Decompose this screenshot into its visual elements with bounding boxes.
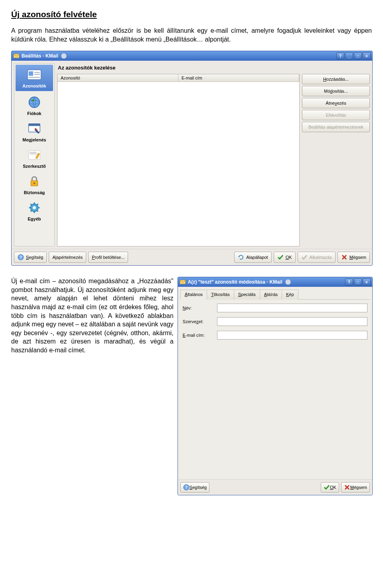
email-label: E-mail cím: <box>183 333 214 338</box>
id-card-icon <box>26 68 43 82</box>
svg-text:?: ? <box>185 485 188 490</box>
modify-identity-window: A(z) "teszt" azonosító módosítása - KMai… <box>178 277 373 495</box>
cancel-button[interactable]: Mégsem <box>341 482 370 493</box>
tab-picture[interactable]: Kép <box>282 290 298 300</box>
sidebar-item-label: Megjelenés <box>22 137 46 142</box>
help-button[interactable]: ? Segítség <box>14 252 47 263</box>
svg-point-1 <box>61 53 67 59</box>
svg-text:?: ? <box>20 255 22 260</box>
globe-icon <box>26 95 43 109</box>
close-button[interactable]: × <box>363 278 371 286</box>
category-sidebar: Azonosítók Fiókok Megjelenés <box>14 63 55 246</box>
email-input[interactable] <box>217 331 367 340</box>
kde-icon <box>285 279 291 285</box>
help-button[interactable]: ? <box>345 278 353 286</box>
close-button[interactable]: × <box>363 52 371 60</box>
rename-button[interactable]: Átnevezés <box>302 98 370 108</box>
list-header: Azonosító E-mail cím <box>57 74 299 82</box>
sidebar-item-composer[interactable]: Szerkesztő <box>14 145 54 171</box>
svg-line-23 <box>37 211 38 212</box>
lock-icon <box>26 174 43 189</box>
sidebar-item-label: Egyéb <box>28 217 41 221</box>
svg-rect-13 <box>30 153 37 154</box>
reset-icon <box>238 254 244 260</box>
cancel-button[interactable]: Mégsem <box>338 252 370 263</box>
svg-rect-4 <box>34 72 40 73</box>
window-title: A(z) "teszt" azonosító módosítása - KMai… <box>188 279 282 285</box>
sidebar-item-misc[interactable]: Egyéb <box>14 198 54 224</box>
svg-rect-5 <box>34 74 40 75</box>
remove-button: Eltávolítás <box>302 110 370 120</box>
name-input[interactable] <box>217 304 367 312</box>
tab-signature[interactable]: Aláírás <box>260 290 282 300</box>
svg-point-17 <box>33 206 36 209</box>
tab-advanced[interactable]: Speciális <box>234 290 260 300</box>
general-form: Név: Szervezet: E-mail cím: <box>178 300 372 479</box>
help-icon: ? <box>18 254 24 260</box>
maximize-button[interactable]: □ <box>354 52 362 60</box>
gear-icon <box>26 201 43 215</box>
sidebar-item-label: Fiókok <box>27 111 41 116</box>
help-button[interactable]: ? Segítség <box>180 482 209 493</box>
sidebar-item-appearance[interactable]: Megjelenés <box>14 119 54 145</box>
sidebar-item-security[interactable]: Biztonság <box>14 171 54 198</box>
sidebar-item-label: Szerkesztő <box>23 164 45 169</box>
identity-list[interactable]: Azonosító E-mail cím <box>57 74 300 246</box>
sidebar-item-label: Biztonság <box>24 190 45 195</box>
apply-button: Alkalmazás <box>298 252 336 263</box>
svg-point-7 <box>29 97 40 108</box>
panel-heading: Az azonosítók kezelése <box>57 63 370 74</box>
load-profile-button[interactable]: Profil betöltése... <box>88 252 128 263</box>
tab-general[interactable]: Általános <box>180 290 207 300</box>
app-icon <box>180 279 186 285</box>
column-email[interactable]: E-mail cím <box>178 74 299 81</box>
check-icon <box>301 254 308 260</box>
sidebar-item-identities[interactable]: Azonosítók <box>16 65 53 91</box>
close-icon <box>344 484 350 491</box>
kde-icon <box>61 53 67 59</box>
minimize-button[interactable]: _ <box>345 52 353 60</box>
set-default-button: Beállítás alapértelmezésnek <box>302 122 370 132</box>
org-label: Szervezet: <box>183 319 214 324</box>
svg-line-25 <box>31 211 32 212</box>
svg-rect-0 <box>14 54 19 58</box>
svg-rect-6 <box>29 77 40 78</box>
sidebar-item-label: Azonosítók <box>22 83 46 88</box>
titlebar[interactable]: Beállítás - KMail ? _ □ × <box>12 51 372 61</box>
appearance-icon <box>26 121 43 136</box>
app-icon <box>13 53 20 59</box>
defaults-button[interactable]: Alapértelmezés <box>49 252 86 263</box>
svg-point-29 <box>285 279 291 285</box>
org-input[interactable] <box>217 317 367 326</box>
ok-button[interactable]: OK <box>274 252 296 263</box>
name-label: Név: <box>183 306 214 310</box>
svg-line-24 <box>37 204 38 205</box>
maximize-button[interactable]: □ <box>354 278 362 286</box>
svg-rect-3 <box>29 72 33 76</box>
ok-button[interactable]: OK <box>321 482 339 493</box>
window-title: Beállítás - KMail <box>22 53 58 59</box>
settings-window: Beállítás - KMail ? _ □ × Azonosítók <box>11 51 373 266</box>
svg-rect-12 <box>30 152 37 153</box>
column-identity[interactable]: Azonosító <box>57 74 178 81</box>
help-button[interactable]: ? <box>336 52 344 60</box>
tab-bar: Általános Titkosítás Speciális Aláírás K… <box>180 289 370 300</box>
pencil-icon <box>26 148 43 162</box>
modify-button[interactable]: Módosítás... <box>302 86 370 96</box>
svg-rect-28 <box>180 280 186 284</box>
check-icon <box>277 254 284 260</box>
sidebar-item-accounts[interactable]: Fiókok <box>14 92 54 119</box>
page-title: Új azonosító felvétele <box>11 10 372 19</box>
close-icon <box>341 254 347 260</box>
check-icon <box>324 484 330 491</box>
svg-line-22 <box>31 204 32 205</box>
svg-point-15 <box>34 183 35 184</box>
svg-rect-10 <box>29 124 40 126</box>
help-icon: ? <box>183 484 190 491</box>
tab-encryption[interactable]: Titkosítás <box>207 290 234 300</box>
add-button[interactable]: Hozzáadás... <box>302 74 370 84</box>
reset-button[interactable]: Alapállapot <box>234 252 271 263</box>
titlebar[interactable]: A(z) "teszt" azonosító módosítása - KMai… <box>178 277 372 287</box>
intro-paragraph: A program használatba vételéhez először … <box>11 26 372 44</box>
second-paragraph: Új e-mail cím – azonosító megadásához a … <box>11 277 174 354</box>
